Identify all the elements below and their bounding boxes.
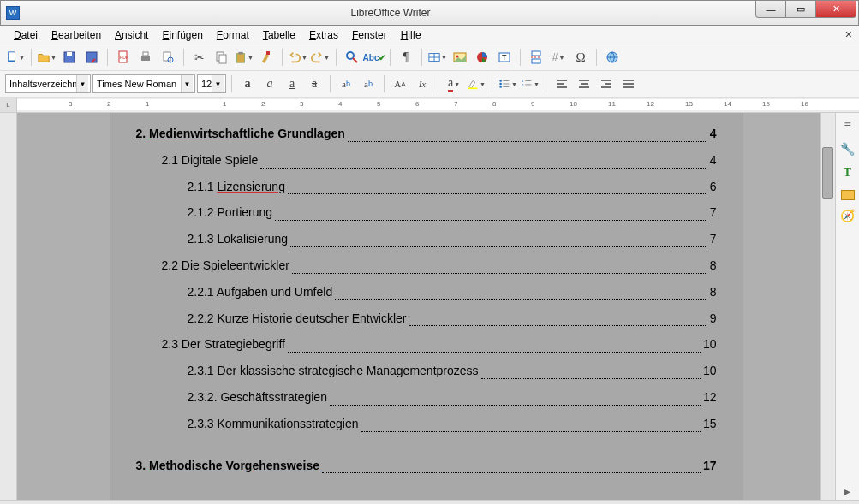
sidebar-collapse-icon[interactable]: ▸ xyxy=(840,484,856,500)
print-button[interactable] xyxy=(135,47,156,68)
menu-einfügen[interactable]: Einfügen xyxy=(155,27,209,43)
menu-format[interactable]: Format xyxy=(210,27,256,43)
sidebar-wrench-icon[interactable]: 🔧 xyxy=(840,142,856,157)
special-char-button[interactable]: Ω xyxy=(570,47,591,68)
document-close-icon[interactable]: × xyxy=(845,27,852,41)
font-size-combo[interactable]: 12▼ xyxy=(197,74,226,93)
open-button[interactable]: ▼ xyxy=(37,47,57,68)
align-center-button[interactable] xyxy=(574,74,594,94)
paragraph-style-combo[interactable]: Inhaltsverzeichnis▼ xyxy=(5,74,91,93)
find-button[interactable] xyxy=(342,47,362,68)
menu-bearbeiten[interactable]: Bearbeiten xyxy=(45,27,108,43)
toc-entry[interactable]: 2.2.1 Aufgaben und Umfeld8 xyxy=(136,279,717,305)
align-right-button[interactable] xyxy=(596,74,617,94)
sidebar-gallery-icon[interactable] xyxy=(841,190,855,200)
nonprinting-button[interactable]: ¶ xyxy=(396,47,416,68)
toc-text: 2.3 Der Strategiebegriff xyxy=(162,331,286,358)
toc-entry[interactable]: 3. Methodische Vorgehensweise17 xyxy=(136,453,717,479)
svg-point-16 xyxy=(347,52,354,59)
menu-tabelle[interactable]: Tabelle xyxy=(256,27,302,43)
vertical-ruler[interactable] xyxy=(0,113,17,500)
close-button[interactable]: ✕ xyxy=(815,1,856,18)
italic-button[interactable]: a xyxy=(259,74,280,94)
highlight-button[interactable]: ▼ xyxy=(466,74,486,94)
page-break-button[interactable] xyxy=(526,47,546,68)
undo-button[interactable]: ▼ xyxy=(288,47,308,68)
toc-page: 10 xyxy=(703,331,717,358)
export-pdf-button[interactable]: PDF xyxy=(113,47,134,68)
sidebar-styles-icon[interactable]: T xyxy=(840,166,856,181)
toc-leader xyxy=(260,147,707,169)
toc-page: 17 xyxy=(703,453,717,479)
horizontal-scrollbar[interactable] xyxy=(0,500,859,504)
print-preview-button[interactable] xyxy=(158,47,178,68)
toc-entry[interactable]: 2.3.2. Geschäftsstrategien12 xyxy=(136,384,717,411)
textbox-button[interactable]: T xyxy=(494,47,515,68)
menu-extras[interactable]: Extras xyxy=(302,27,345,43)
save-as-button[interactable] xyxy=(81,47,102,68)
toc-text: 2.2.1 Aufgaben und Umfeld xyxy=(188,279,333,305)
sidebar-navigator-icon[interactable]: 🧭 xyxy=(840,209,856,224)
chart-button[interactable] xyxy=(472,47,492,68)
ruler-tick: 2 xyxy=(261,100,265,108)
toc-page: 9 xyxy=(710,305,717,332)
lowercase-button[interactable]: Ix xyxy=(412,74,432,94)
font-color-button[interactable]: a▼ xyxy=(444,74,464,94)
format-paintbrush-button[interactable] xyxy=(256,47,277,68)
field-button[interactable]: #▼ xyxy=(548,47,569,68)
menu-ansicht[interactable]: Ansicht xyxy=(108,27,155,43)
table-button[interactable]: ▼ xyxy=(427,47,448,68)
menu-hilfe[interactable]: Hilfe xyxy=(394,27,428,43)
sidebar-properties-icon[interactable]: ≡ xyxy=(840,118,856,133)
document-canvas[interactable]: 2. Medienwirtschaftliche Grundlagen42.1 … xyxy=(17,113,835,500)
editing-area: 2. Medienwirtschaftliche Grundlagen42.1 … xyxy=(0,113,859,500)
align-left-button[interactable] xyxy=(552,74,572,94)
minimize-button[interactable]: — xyxy=(755,1,786,18)
toc-entry[interactable]: 2.1.1 Lizensierung6 xyxy=(136,174,717,200)
toc-entry[interactable]: 2.3.1 Der klassische strategische Manage… xyxy=(136,358,717,384)
scroll-thumb[interactable] xyxy=(822,147,833,199)
ruler-tick: 11 xyxy=(608,100,616,108)
maximize-button[interactable]: ▭ xyxy=(785,1,816,18)
cut-button[interactable]: ✂ xyxy=(189,47,210,68)
toc-entry[interactable]: 2.3.3 Kommunikationsstrategien15 xyxy=(136,411,717,437)
spellcheck-button[interactable]: Abc✔ xyxy=(364,47,385,68)
superscript-button[interactable]: ab xyxy=(336,74,356,94)
toc-entry[interactable]: 2.2 Die Spieleentwickler8 xyxy=(136,252,717,279)
copy-button[interactable] xyxy=(212,47,232,68)
toc-entry[interactable]: 2.2.2 Kurze Historie deutscher Entwickle… xyxy=(136,305,717,332)
horizontal-ruler[interactable]: L 32112345678910111213141516 xyxy=(0,98,859,113)
toc-entry[interactable]: 2.1 Digitale Spiele4 xyxy=(136,147,717,174)
hyperlink-button[interactable] xyxy=(602,47,623,68)
subscript-button[interactable]: ab xyxy=(358,74,379,94)
bullet-list-button[interactable]: ▼ xyxy=(498,74,518,94)
toc-text: 2.1 Digitale Spiele xyxy=(162,147,259,174)
toc-leader xyxy=(481,358,701,379)
strikethrough-button[interactable]: a xyxy=(304,74,325,94)
menu-datei[interactable]: Datei xyxy=(7,27,45,43)
save-button[interactable] xyxy=(59,47,80,68)
sidebar-panel: ≡ 🔧 T 🧭 ▸ xyxy=(835,113,859,500)
toc-entry[interactable]: 2.1.3 Lokalisierung7 xyxy=(136,226,717,252)
image-button[interactable] xyxy=(450,47,470,68)
bold-button[interactable]: a xyxy=(237,74,258,94)
underline-button[interactable]: a xyxy=(282,74,302,94)
toc-entry[interactable]: 2. Medienwirtschaftliche Grundlagen4 xyxy=(136,121,717,147)
menu-fenster[interactable]: Fenster xyxy=(345,27,394,43)
paste-button[interactable]: ▼ xyxy=(234,47,254,68)
uppercase-button[interactable]: AA xyxy=(390,74,410,94)
toc-entry[interactable]: 2.3 Der Strategiebegriff10 xyxy=(136,331,717,358)
toc-text: 2.3.1 Der klassische strategische Manage… xyxy=(188,358,479,384)
number-list-button[interactable]: 12▼ xyxy=(520,74,540,94)
toc-leader xyxy=(409,305,707,327)
toc-entry[interactable]: 2.1.2 Portierung7 xyxy=(136,199,717,226)
document-page[interactable]: 2. Medienwirtschaftliche Grundlagen42.1 … xyxy=(110,113,743,500)
toc-text: 2.1.3 Lokalisierung xyxy=(188,226,289,252)
toc-text: 2.1.1 Lizensierung xyxy=(188,174,285,200)
redo-button[interactable]: ▼ xyxy=(310,47,331,68)
svg-rect-13 xyxy=(237,54,245,63)
align-justify-button[interactable] xyxy=(618,74,639,94)
vertical-scrollbar[interactable] xyxy=(820,113,835,500)
font-name-combo[interactable]: Times New Roman▼ xyxy=(92,74,195,93)
new-button[interactable]: ▼ xyxy=(5,47,26,68)
